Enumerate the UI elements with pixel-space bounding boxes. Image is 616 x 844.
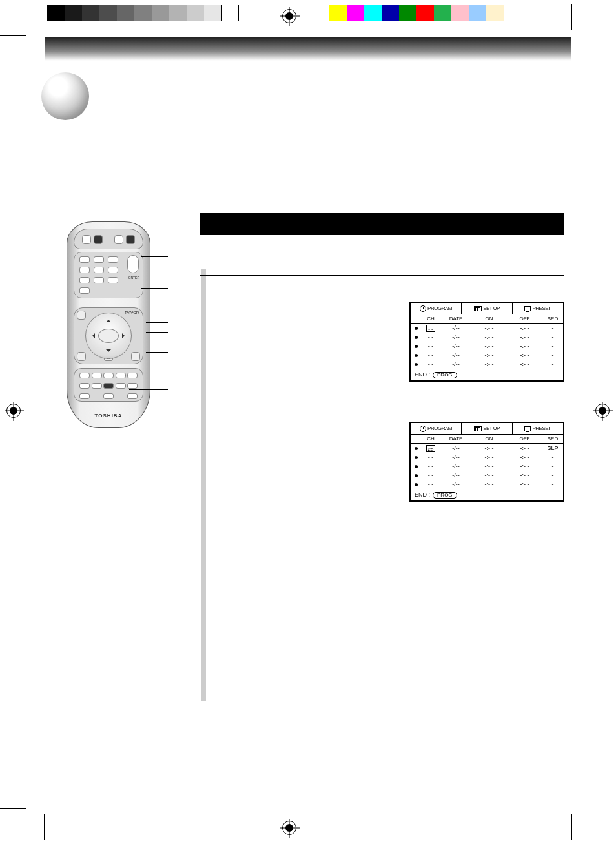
pause-icon [131, 352, 140, 361]
osd-tab-preset: PRESET [513, 423, 563, 434]
osd-row: - --/---:- --:- -- [411, 324, 563, 333]
osd-tab-label: PRESET [532, 426, 551, 431]
tv-icon [524, 306, 531, 311]
leader-line [146, 352, 168, 353]
leader-line [146, 332, 168, 333]
remote-nav-panel: TV/VCR [74, 307, 143, 364]
remote-button [114, 235, 123, 244]
print-color-bar-grayscale [47, 5, 239, 21]
osd-row: - --/---:- --:- -- [411, 480, 563, 489]
remote-number-keypad: CNTER [74, 252, 143, 298]
osd-row: - --/---:- --:- -- [411, 360, 563, 369]
crop-mark [44, 814, 45, 840]
step-2: PROGRAM SET UP PRESET CH DATE ON [200, 275, 564, 411]
section-title-bar [200, 213, 564, 235]
osd-row: - --/---:- --:- -- [411, 471, 563, 480]
osd1-rows: - --/---:- --:- --- --/---:- --:- --- --… [411, 324, 563, 369]
osd-tab-label: PROGRAM [427, 426, 452, 431]
osd-tab-label: PRESET [532, 306, 551, 311]
leader-line [146, 362, 168, 362]
osd-end-row: END : PROG [411, 489, 563, 500]
crop-mark [571, 4, 572, 30]
osd-tab-label: SET UP [483, 426, 500, 431]
remote-brand-label: TOSHIBA [67, 413, 150, 418]
remote-button [126, 235, 135, 244]
channel-rocker-icon [127, 255, 139, 273]
leader-line [146, 313, 168, 313]
crop-mark [571, 814, 572, 840]
osd-header-row: CH DATE ON OFF SPD [411, 435, 563, 444]
osd-end-label: END : [415, 372, 430, 378]
rec-icon [77, 352, 86, 361]
osd-tab-label: PROGRAM [427, 306, 452, 311]
osd-row: - --/---:- --:- -- [411, 453, 563, 462]
leader-line [146, 322, 168, 323]
osd-row: 25-/---:- --:- -SLP [411, 444, 563, 453]
osd-tab-program: PROGRAM [411, 303, 462, 314]
osd-prog-pill: PROG [433, 492, 457, 499]
tape-icon [474, 306, 482, 311]
remote-power-button [82, 235, 91, 244]
step-1 [200, 247, 564, 275]
remote-top-panel [74, 229, 143, 249]
crop-mark [0, 808, 26, 809]
clock-icon [420, 426, 426, 432]
osd-row: - --/---:- --:- -- [411, 333, 563, 342]
tv-vcr-label: TV/VCR [125, 311, 139, 314]
osd-tab-setup: SET UP [462, 303, 513, 314]
registration-mark-icon [595, 404, 610, 418]
osd-end-row: END : PROG [411, 369, 563, 380]
leader-line [141, 256, 168, 257]
crop-mark [0, 35, 26, 36]
main-content: PROGRAM SET UP PRESET CH DATE ON [200, 213, 564, 540]
osd-row: - --/---:- --:- -- [411, 351, 563, 360]
remote-lower-panel [74, 368, 143, 402]
osd-header-row: CH DATE ON OFF SPD [411, 314, 563, 324]
registration-mark-icon [282, 821, 296, 835]
registration-mark-icon [282, 9, 296, 23]
osd-tab-label: SET UP [483, 306, 500, 311]
tape-icon [474, 426, 482, 431]
clock-icon [420, 305, 426, 312]
sphere-bullet-icon [41, 72, 89, 120]
remote-illustration: CNTER TV/VCR TOSHIBA [57, 221, 160, 428]
osd-prog-pill: PROG [433, 372, 457, 378]
osd-end-label: END : [415, 492, 430, 498]
dpad-icon [85, 313, 132, 359]
tv-icon [524, 426, 531, 431]
leader-line [129, 389, 168, 390]
osd-program-table-1: PROGRAM SET UP PRESET CH DATE ON [409, 302, 564, 382]
osd-tab-setup: SET UP [462, 423, 513, 434]
counter-label: CNTER [128, 276, 139, 280]
osd-tab-preset: PRESET [513, 303, 563, 314]
osd-row: - --/---:- --:- -- [411, 342, 563, 351]
prog-button-icon [103, 383, 114, 389]
step-3: PROGRAM SET UP PRESET CH DATE ON [200, 411, 564, 540]
registration-mark-icon [6, 404, 21, 418]
osd-tab-program: PROGRAM [411, 423, 462, 434]
leader-line [141, 288, 168, 289]
remote-button [94, 235, 103, 244]
osd-row: - --/---:- --:- -- [411, 462, 563, 471]
print-color-bar-colors [329, 5, 504, 21]
osd-program-table-2: PROGRAM SET UP PRESET CH DATE ON [409, 422, 564, 502]
page-header-bar [45, 37, 571, 61]
eject-icon [77, 311, 86, 320]
leader-line [129, 400, 168, 400]
osd2-rows: 25-/---:- --:- -SLP- --/---:- --:- --- -… [411, 444, 563, 489]
